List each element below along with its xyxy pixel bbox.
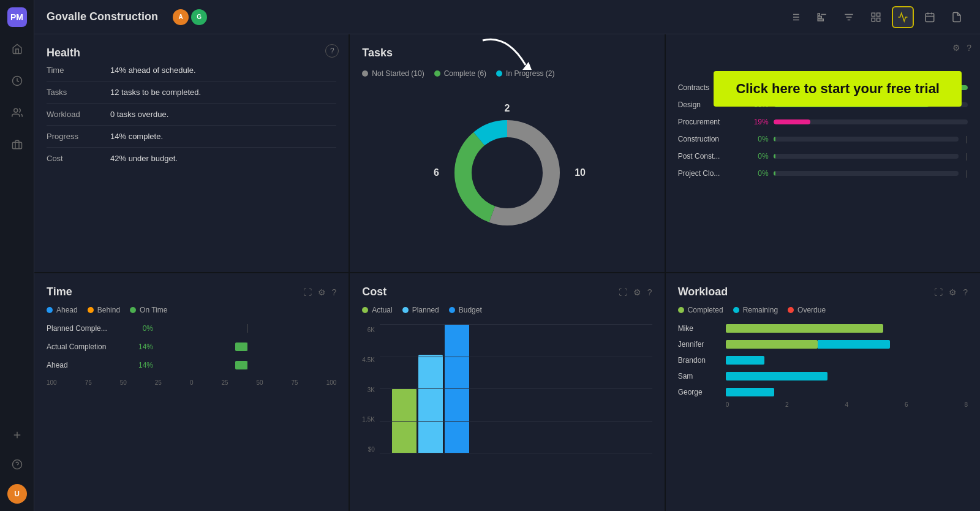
tasks-panel: Tasks Not Started (10) Complete (6) In P…	[350, 34, 664, 272]
sidebar-item-plus[interactable]	[7, 425, 27, 445]
cost-expand-icon[interactable]: ⛶	[619, 287, 627, 297]
avatar-1[interactable]: A	[173, 9, 189, 25]
cat-track-procurement	[774, 119, 968, 124]
time-help-icon[interactable]: ?	[332, 287, 337, 297]
wl-name-mike: Mike	[678, 324, 721, 333]
health-progress-label: Progress	[47, 132, 96, 141]
legend-not-started: Not Started (10)	[362, 69, 424, 78]
cost-panel-controls: ⛶ ⚙ ?	[619, 287, 652, 297]
sidebar-item-clock[interactable]	[7, 71, 27, 91]
cat-fill-construction	[774, 137, 775, 142]
document-view-button[interactable]	[946, 6, 968, 28]
cost-legend-actual: Actual	[362, 306, 392, 314]
sidebar-item-help[interactable]	[7, 455, 27, 474]
cat-track-project-clo	[774, 171, 959, 176]
cost-title: Cost	[362, 286, 386, 298]
dashboard: Health ? Time 14% ahead of schedule. Tas…	[34, 34, 980, 511]
health-panel: Health ? Time 14% ahead of schedule. Tas…	[34, 34, 349, 272]
workload-expand-icon[interactable]: ⛶	[934, 287, 943, 297]
user-avatar[interactable]: U	[7, 484, 27, 504]
cat-pct-project-clo: 0%	[744, 169, 769, 178]
app-logo[interactable]: PM	[7, 7, 27, 27]
svg-rect-21	[877, 13, 880, 16]
workload-settings-icon[interactable]: ⚙	[949, 287, 957, 297]
legend-label-not-started: Not Started (10)	[372, 69, 424, 78]
cost-label-planned: Planned	[412, 306, 439, 314]
y-label-6k: 6K	[362, 327, 375, 333]
gantt-view-button[interactable]	[811, 6, 833, 28]
time-planned-bar	[158, 324, 336, 333]
free-trial-banner[interactable]: Click here to start your free trial	[714, 71, 962, 107]
cat-pct-post-const: 0%	[744, 152, 769, 161]
health-cost-value: 42% under budget.	[110, 154, 178, 163]
time-row-ahead: Ahead 14%	[47, 361, 336, 369]
sidebar-item-home[interactable]	[7, 39, 27, 59]
wl-fill-jennifer-r	[818, 340, 891, 349]
cat-fill-project-clo	[774, 171, 775, 176]
wl-label-overdue: Overdue	[797, 306, 826, 314]
filter-button[interactable]	[838, 6, 860, 28]
sidebar-item-people[interactable]	[7, 103, 27, 123]
avatar-2[interactable]: G	[191, 9, 207, 25]
cost-help-icon[interactable]: ?	[647, 287, 652, 297]
health-cost-label: Cost	[47, 154, 96, 163]
tasks-categories-panel: Click here to start your free trial ⚙ ? …	[666, 34, 980, 272]
cost-legend: Actual Planned Budget	[362, 306, 652, 314]
cat-fill-post-const	[774, 154, 775, 159]
cost-settings-icon[interactable]: ⚙	[633, 287, 641, 297]
sidebar: PM	[0, 0, 34, 511]
health-workload-value: 0 tasks overdue.	[110, 110, 168, 119]
time-legend-ontime: On Time	[130, 306, 167, 314]
wl-label-remaining: Remaining	[743, 306, 778, 314]
svg-rect-22	[872, 18, 875, 21]
expand-icon[interactable]: ⛶	[303, 287, 312, 297]
wl-x-6: 6	[905, 401, 908, 408]
time-title: Time	[47, 286, 72, 298]
workload-legend-completed: Completed	[678, 306, 723, 314]
time-legend-ahead: Ahead	[47, 306, 78, 314]
topbar: Govalle Construction A G	[34, 0, 980, 34]
dashboard-view-button[interactable]	[892, 6, 914, 28]
cost-dot-actual	[362, 307, 368, 313]
cat-track-construction	[774, 137, 959, 142]
wl-name-sam: Sam	[678, 372, 721, 380]
wl-dot-overdue	[788, 307, 794, 313]
wl-name-brandon: Brandon	[678, 356, 721, 365]
health-help-button[interactable]: ?	[325, 44, 339, 58]
time-actual-bar	[158, 343, 336, 351]
health-row-tasks: Tasks 12 tasks to be completed.	[47, 81, 336, 104]
svg-rect-14	[818, 16, 821, 18]
workload-title: Workload	[678, 286, 728, 298]
svg-point-1	[13, 108, 17, 112]
time-ahead-label: Ahead	[47, 361, 126, 369]
task-bar-row-construction: Construction 0% |	[678, 135, 968, 143]
cat-label-project-clo: Project Clo...	[678, 169, 739, 178]
workload-row-sam: Sam	[678, 372, 968, 380]
calendar-view-button[interactable]	[919, 6, 941, 28]
cat-pct-procurement: 19%	[744, 118, 769, 126]
donut-right-label: 10	[575, 167, 586, 178]
health-row-time: Time 14% ahead of schedule.	[47, 59, 336, 81]
health-tasks-label: Tasks	[47, 88, 96, 97]
cat-track-post-const	[774, 154, 959, 159]
sidebar-item-briefcase[interactable]	[7, 135, 27, 154]
wl-bar-mike	[726, 324, 968, 333]
workload-help-icon[interactable]: ?	[963, 287, 968, 297]
time-planned-pct: 0%	[131, 324, 153, 333]
y-label-4k5: 4.5K	[362, 357, 375, 363]
cost-label-budget: Budget	[459, 306, 482, 314]
health-time-value: 14% ahead of schedule.	[110, 66, 196, 75]
help-icon[interactable]: ?	[967, 43, 971, 53]
time-actual-pct: 14%	[131, 343, 153, 351]
wl-fill-george	[726, 388, 774, 396]
tasks-legend: Not Started (10) Complete (6) In Progres…	[362, 69, 652, 78]
grid-view-button[interactable]	[865, 6, 887, 28]
gear-icon[interactable]: ⚙	[952, 43, 960, 53]
cost-grid	[380, 324, 652, 453]
donut-chart: 2 6 10	[446, 112, 568, 234]
list-view-button[interactable]	[784, 6, 806, 28]
settings-icon[interactable]: ⚙	[318, 287, 326, 297]
time-label-behind: Behind	[97, 306, 120, 314]
cost-dot-planned	[402, 307, 409, 313]
time-actual-label: Actual Completion	[47, 343, 126, 351]
